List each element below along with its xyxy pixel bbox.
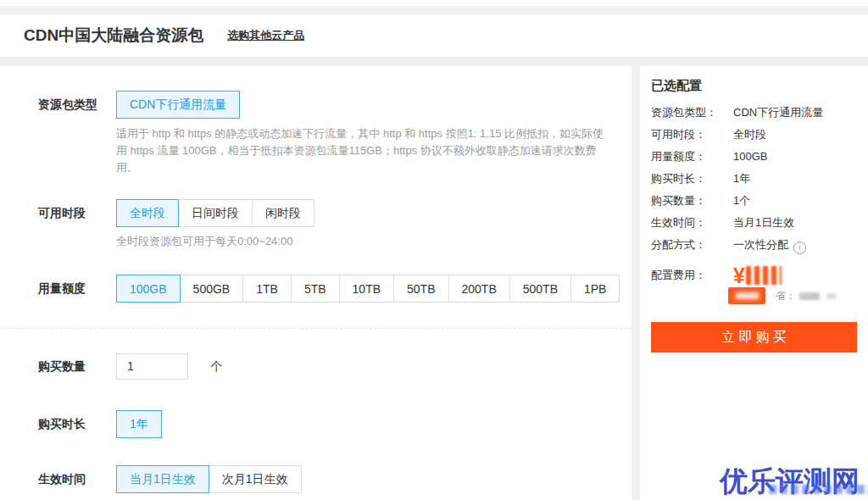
quantity-control: 个: [116, 353, 632, 381]
allocation-text: 一次性分配: [733, 238, 788, 251]
currency-symbol: ¥: [733, 265, 745, 286]
summary-title: 已选配置: [651, 78, 857, 94]
summary-row-allocation: 分配方式： 一次性分配i: [651, 239, 857, 254]
form-row-package-type: 资源包类型 CDN下行通用流量 适用于 http 和 https 的静态或动态加…: [38, 91, 632, 176]
summary-row-label: 资源包类型：: [651, 107, 733, 118]
package-type-options: CDN下行通用流量: [116, 91, 240, 119]
option-50TB[interactable]: 50TB: [393, 275, 448, 303]
price-line: ¥: [733, 265, 836, 286]
form-row-quantity: 购买数量 个: [38, 353, 632, 381]
fee-content: ¥ 省：: [733, 265, 836, 304]
option-1PB[interactable]: 1PB: [570, 275, 620, 303]
summary-row-label: 购买数量：: [651, 195, 733, 206]
save-label: 省：: [776, 289, 796, 303]
duration-options: 1年: [116, 410, 162, 438]
option-日间时段[interactable]: 日间时段: [178, 199, 253, 227]
buy-now-button[interactable]: 立即购买: [651, 322, 857, 353]
summary-row-label: 可用时段：: [651, 129, 733, 140]
top-strip: [0, 0, 868, 6]
time-period-label: 可用时段: [38, 199, 116, 249]
info-icon[interactable]: i: [793, 242, 806, 254]
panel-gutter: [632, 66, 640, 500]
summary-row-value: CDN下行通用流量: [733, 107, 857, 118]
package-type-label: 资源包类型: [38, 91, 116, 176]
quantity-unit: 个: [210, 353, 222, 381]
summary-row-label: 购买时长：: [651, 173, 733, 184]
package-type-control: CDN下行通用流量 适用于 http 和 https 的静态或动态加速下行流量，…: [116, 91, 632, 176]
option-5TB[interactable]: 5TB: [291, 275, 340, 303]
form-row-effective-date: 生效时间 当月1日生效次月1日生效: [38, 465, 632, 493]
coupon-badge: [728, 287, 765, 304]
option-100GB[interactable]: 100GB: [116, 275, 181, 303]
option-10TB[interactable]: 10TB: [339, 275, 394, 303]
duration-control: 1年: [116, 410, 632, 438]
quota-options: 100GB500GB1TB5TB10TB50TB200TB500TB1PB: [116, 275, 620, 303]
summary-row-value: 1个: [733, 195, 857, 206]
option-200TB[interactable]: 200TB: [448, 275, 510, 303]
censored-save-amount-2: [826, 293, 836, 299]
summary-row-value: 100GB: [733, 151, 857, 162]
time-period-options: 全时段日间时段闲时段: [116, 199, 314, 227]
top-gray-strip: [0, 6, 868, 14]
summary-row: 生效时间：当月1日生效: [651, 217, 857, 228]
effective-date-options: 当月1日生效次月1日生效: [116, 465, 302, 493]
purchase-page: { "header": { "title": "CDN中国大陆融合资源包", "…: [0, 0, 868, 500]
allocation-value: 一次性分配i: [733, 239, 857, 254]
form-row-time-period: 可用时段 全时段日间时段闲时段 全时段资源包可用于每天0:00~24:00: [38, 199, 632, 249]
summary-row-value: 1年: [733, 173, 857, 184]
censored-save-amount: [799, 292, 820, 300]
option-次月1日生效[interactable]: 次月1日生效: [209, 465, 302, 493]
quota-label: 用量额度: [38, 275, 116, 303]
page-header: CDN中国大陆融合资源包 选购其他云产品: [0, 14, 868, 57]
option-1TB[interactable]: 1TB: [242, 275, 292, 303]
time-period-hint: 全时段资源包可用于每天0:00~24:00: [116, 234, 632, 249]
option-全时段[interactable]: 全时段: [116, 199, 179, 227]
coupon-line: 省：: [728, 287, 836, 304]
duration-label: 购买时长: [38, 410, 116, 438]
allocation-label: 分配方式：: [651, 239, 733, 254]
package-type-description: 适用于 http 和 https 的静态或动态加速下行流量，其中 http 和 …: [116, 125, 604, 176]
other-products-link[interactable]: 选购其他云产品: [227, 28, 304, 43]
header-gap: [0, 57, 868, 66]
quantity-input[interactable]: [116, 353, 188, 380]
option-500GB[interactable]: 500GB: [180, 275, 244, 303]
section-divider: [0, 328, 632, 329]
effective-date-label: 生效时间: [38, 465, 116, 493]
page-title: CDN中国大陆融合资源包: [24, 25, 203, 47]
summary-row-fee: 配置费用： ¥ 省：: [651, 265, 857, 304]
config-panel: 资源包类型 CDN下行通用流量 适用于 http 和 https 的静态或动态加…: [0, 66, 632, 500]
quota-control: 100GB500GB1TB5TB10TB50TB200TB500TB1PB: [116, 275, 632, 303]
option-闲时段[interactable]: 闲时段: [252, 199, 314, 227]
summary-row: 可用时段：全时段: [651, 129, 857, 140]
time-period-control: 全时段日间时段闲时段 全时段资源包可用于每天0:00~24:00: [116, 199, 632, 249]
option-CDN下行通用流量[interactable]: CDN下行通用流量: [116, 91, 240, 119]
summary-row-value: 当月1日生效: [733, 217, 857, 228]
summary-row-value: 全时段: [733, 129, 857, 140]
fee-label: 配置费用：: [651, 265, 733, 304]
form-row-duration: 购买时长 1年: [38, 410, 632, 438]
censored-price-value: [746, 266, 782, 285]
summary-row: 用量额度：100GB: [651, 151, 857, 162]
summary-panel: 已选配置 资源包类型：CDN下行通用流量可用时段：全时段用量额度：100GB购买…: [640, 66, 868, 500]
effective-date-control: 当月1日生效次月1日生效: [116, 465, 632, 493]
option-当月1日生效[interactable]: 当月1日生效: [116, 465, 209, 493]
summary-row: 购买数量：1个: [651, 195, 857, 206]
summary-rows: 资源包类型：CDN下行通用流量可用时段：全时段用量额度：100GB购买时长：1年…: [651, 107, 857, 228]
summary-row-label: 用量额度：: [651, 151, 733, 162]
summary-row-label: 生效时间：: [651, 217, 733, 228]
option-500TB[interactable]: 500TB: [509, 275, 571, 303]
content-area: 资源包类型 CDN下行通用流量 适用于 http 和 https 的静态或动态加…: [0, 66, 868, 500]
summary-row: 购买时长：1年: [651, 173, 857, 184]
summary-row: 资源包类型：CDN下行通用流量: [651, 107, 857, 118]
form-row-quota: 用量额度 100GB500GB1TB5TB10TB50TB200TB500TB1…: [38, 275, 632, 303]
option-1年[interactable]: 1年: [116, 410, 162, 438]
quantity-label: 购买数量: [38, 353, 116, 381]
